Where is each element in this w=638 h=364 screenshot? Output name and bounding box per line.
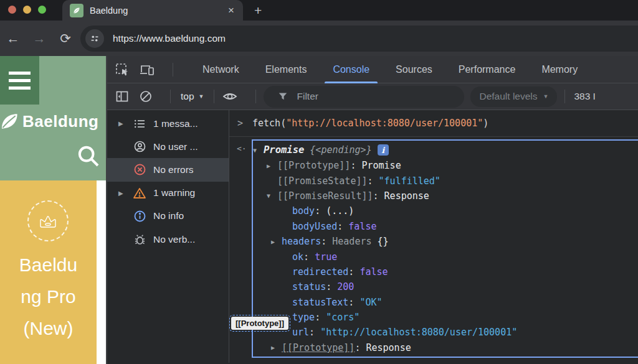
sidebar-item-label: No user ... [153,141,198,152]
sidebar-item-info[interactable]: No info [107,205,229,228]
tree-row-promise-result[interactable]: ▼ [[PromiseResult]]: Response [253,189,638,203]
returned-value-icon: <· [237,144,247,153]
command-close: ) [483,118,488,129]
minimize-window-button[interactable] [23,6,31,14]
tab-performance[interactable]: Performance [445,56,529,83]
tab-close-icon[interactable]: × [226,5,237,16]
chevron-down-icon: ▼ [199,93,204,100]
errors-icon [132,163,147,176]
tree-row-statustext[interactable]: statusText: "OK" [253,295,638,310]
tree-row-body[interactable]: body: (...) [253,203,638,218]
tab-elements[interactable]: Elements [252,56,320,83]
close-window-button[interactable] [8,6,16,14]
devtools-tabs: Network Elements Console Sources Perform… [189,56,591,83]
baeldung-leaf-icon [0,111,20,132]
expand-caret-icon[interactable]: ▶ [271,238,282,245]
sidebar-item-user-messages[interactable]: No user ... [107,135,229,158]
issues-count[interactable]: 383 I [574,91,595,102]
sidebar-item-verbose[interactable]: No verb... [107,228,229,251]
command-arg: "http://localhost:8080/user/100001" [286,118,483,129]
verbose-bug-icon [132,233,147,246]
devtools-tab-bar: Network Elements Console Sources Perform… [107,56,638,83]
new-tab-button[interactable]: + [249,0,267,21]
tree-row-headers[interactable]: ▶ headers: Headers {} [253,234,638,249]
browser-tab-strip: Baeldung × + [0,0,638,21]
inspect-element-icon[interactable] [115,63,129,77]
tree-row-response-prototype[interactable]: ▶ [[Prototype]]: Response [253,340,638,355]
tree-row-bodyused[interactable]: bodyUsed: false [253,219,638,234]
collapse-caret-icon[interactable]: ▼ [253,147,264,154]
tree-row-prototype[interactable]: ▶ [[Prototype]]: Promise [253,158,638,173]
levels-label: Default levels [479,91,537,102]
hamburger-menu-icon[interactable] [0,56,39,105]
sidebar-item-label: No info [153,210,184,222]
url-text[interactable]: https://www.baeldung.com [113,33,226,44]
site-header: Baeldung [0,56,106,180]
show-console-sidebar-icon[interactable] [115,90,129,103]
chevron-down-icon: ▼ [543,93,549,100]
console-body: ▶ 1 messa... No [107,110,638,363]
reload-icon[interactable]: ⟳ [52,31,79,46]
context-label: top [181,91,194,102]
sidebar-item-label: No errors [153,164,194,175]
sidebar-item-errors[interactable]: No errors [107,158,229,181]
tree-row-status[interactable]: status: 200 [253,279,638,294]
pro-line-3: (New) [0,312,97,344]
tab-sources[interactable]: Sources [383,56,445,83]
expand-caret-icon[interactable]: ▶ [271,344,282,351]
pro-banner-text: Baeldu ng Pro (New) [0,249,97,344]
tree-row-ok[interactable]: ok: true [253,249,638,264]
pro-line-1: Baeldu [0,249,97,281]
prototype-tooltip: [[Prototype]] [231,317,288,330]
expand-caret-icon[interactable]: ▶ [118,120,132,127]
promise-object-viewer[interactable]: ▼ Promise {<pending>} i ▶ [[Prototype]]:… [252,139,638,358]
search-icon[interactable] [76,143,101,169]
sidebar-item-messages[interactable]: ▶ 1 messa... [107,112,229,135]
clear-console-icon[interactable] [139,90,153,103]
object-preview-row[interactable]: ▼ Promise {<pending>} i [253,142,638,158]
console-toolbar: top ▼ Filter Default levels ▼ 383 I [107,83,638,110]
info-badge-icon[interactable]: i [378,144,389,156]
tree-row-promise-state[interactable]: [[PromiseState]]: "fulfilled" [253,173,638,188]
filter-funnel-icon [277,91,288,102]
device-toolbar-icon[interactable] [140,63,155,77]
collapse-caret-icon[interactable]: ▼ [267,192,277,199]
devtools-panel: Network Elements Console Sources Perform… [106,56,638,364]
tree-row-url[interactable]: url: "http://localhost:8080/user/100001" [253,325,638,340]
console-command[interactable]: > fetch("http://localhost:8080/user/1000… [229,110,638,136]
forward-icon[interactable]: → [26,31,52,46]
crown-icon [27,200,69,241]
object-class-name: Promise [264,144,304,156]
browser-toolbar: ← → ⟳ https://www.baeldung.com [0,21,638,56]
baeldung-logo[interactable]: Baeldung [0,111,98,132]
tree-row-redirected[interactable]: redirected: false [253,264,638,279]
baeldung-pro-banner[interactable]: Baeldu ng Pro (New) [0,180,97,364]
tree-row-type[interactable]: type: "cors" [253,310,638,325]
prompt-chevron-icon: > [237,118,252,129]
info-icon [132,210,147,223]
browser-tab[interactable]: Baeldung × [62,0,243,21]
user-messages-icon [132,140,147,153]
execution-context-selector[interactable]: top ▼ [181,91,204,102]
eye-live-expression-icon[interactable] [222,90,238,103]
address-bar[interactable]: https://www.baeldung.com [80,26,638,52]
expand-caret-icon[interactable]: ▶ [118,190,132,197]
site-settings-icon[interactable] [85,29,104,48]
console-messages: > fetch("http://localhost:8080/user/1000… [229,110,638,363]
tab-memory[interactable]: Memory [528,56,591,83]
sidebar-item-warnings[interactable]: ▶ 1 warning [107,182,229,205]
tab-network[interactable]: Network [189,56,252,83]
messages-list-icon [132,118,147,130]
window-controls[interactable] [8,6,46,14]
zoom-window-button[interactable] [38,6,46,14]
filter-input[interactable]: Filter [264,86,464,108]
log-levels-dropdown[interactable]: Default levels ▼ [470,86,557,107]
command-fn: fetch( [252,118,286,129]
pro-line-2: ng Pro [0,281,97,312]
site-logo-text: Baeldung [22,112,98,131]
expand-caret-icon[interactable]: ▶ [267,162,277,169]
baeldung-favicon-icon [70,4,83,17]
tab-title: Baeldung [90,6,226,16]
tab-console[interactable]: Console [320,56,383,83]
back-icon[interactable]: ← [0,31,26,46]
